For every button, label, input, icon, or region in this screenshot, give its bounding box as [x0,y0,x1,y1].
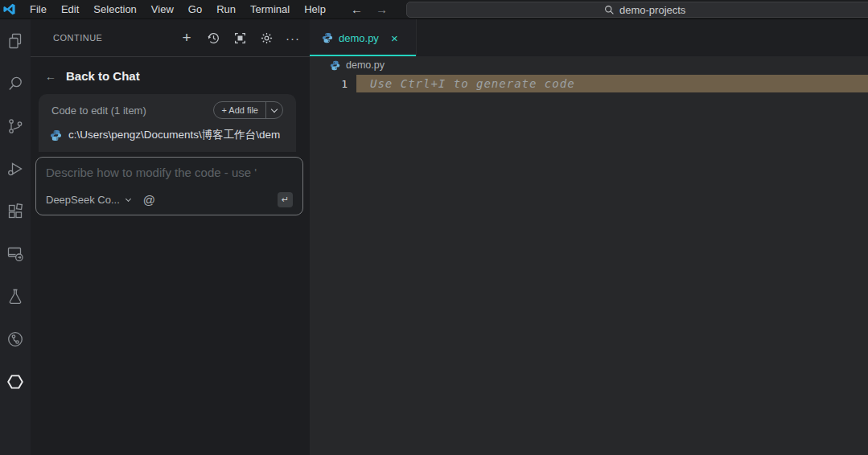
source-control-icon[interactable] [6,117,25,136]
editor-area: demo.py × demo.py 1 Use Ctrl+I to genera… [310,19,868,455]
run-and-debug-icon[interactable] [6,159,25,178]
file-to-edit-row[interactable]: c:\Users\pengz\Documents\博客工作台\dem [45,124,290,149]
menu-edit[interactable]: Edit [54,0,86,19]
tab-close-icon[interactable]: × [391,33,398,43]
navigate-forward-icon[interactable]: → [369,2,394,16]
search-sidebar-icon[interactable] [6,74,25,93]
extensions-icon[interactable] [6,202,25,221]
continue-sidebar-panel: CONTINUE + ··· ← Back to Chat Code [31,19,310,455]
settings-gear-icon[interactable] [259,31,274,45]
gitlens-icon[interactable] [6,330,25,349]
model-selector-label: DeepSeek Co... [46,194,120,206]
menu-help[interactable]: Help [297,0,333,19]
back-arrow-icon: ← [45,70,56,83]
add-context-at-icon[interactable]: @ [143,193,155,207]
editor-tab-bar: demo.py × [310,19,868,56]
python-file-icon [50,129,62,141]
title-bar: File Edit Selection View Go Run Terminal… [0,0,868,19]
history-icon[interactable] [206,31,220,45]
add-file-dropdown-icon[interactable] [266,109,282,112]
navigate-back-icon[interactable]: ← [344,2,369,16]
code-to-edit-label: Code to edit (1 item) [51,105,146,117]
code-area[interactable]: 1 Use Ctrl+I to generate code [310,74,868,455]
line-number: 1 [310,78,348,90]
sidebar-panel-title: CONTINUE [53,33,102,43]
add-file-label[interactable]: + Add file [214,105,265,115]
breadcrumb[interactable]: demo.py [310,56,868,74]
menu-selection[interactable]: Selection [86,0,143,19]
model-selector[interactable]: DeepSeek Co... [46,194,130,206]
back-to-chat-label: Back to Chat [66,69,140,83]
code-line-1[interactable]: 1 Use Ctrl+I to generate code [310,75,868,92]
python-file-icon [330,60,340,71]
fullscreen-icon[interactable] [232,31,247,45]
tab-demo-py[interactable]: demo.py × [310,19,417,56]
breadcrumb-filename: demo.py [346,59,385,71]
remote-explorer-icon[interactable] [6,244,25,264]
enter-key-hint[interactable]: ↵ [278,192,293,207]
menu-terminal[interactable]: Terminal [243,0,297,19]
explorer-icon[interactable] [6,31,25,51]
tab-label: demo.py [339,32,379,44]
menu-run[interactable]: Run [209,0,243,19]
testing-beaker-icon[interactable] [6,287,25,306]
back-to-chat-button[interactable]: ← Back to Chat [31,57,310,92]
file-to-edit-path: c:\Users\pengz\Documents\博客工作台\dem [68,128,280,142]
menu-view[interactable]: View [144,0,181,19]
search-icon [604,5,615,15]
active-tab-indicator [310,55,416,56]
sidebar-header: CONTINUE + ··· [31,19,310,57]
activity-bar [0,19,31,455]
edit-prompt-box[interactable]: DeepSeek Co... @ ↵ [35,157,303,215]
add-file-button[interactable]: + Add file [213,101,283,119]
menu-go[interactable]: Go [181,0,209,19]
search-box-text: demo-projects [619,4,685,16]
python-file-icon [322,32,333,43]
edit-prompt-input[interactable] [46,166,303,179]
code-to-edit-card: Code to edit (1 item) + Add file c:\User… [39,94,296,152]
menu-file[interactable]: File [23,0,54,19]
new-session-icon[interactable]: + [179,31,194,45]
command-center-search[interactable]: demo-projects [406,2,868,18]
continue-extension-icon[interactable] [6,372,25,391]
more-actions-icon[interactable]: ··· [286,31,300,45]
vscode-logo-icon [2,2,16,16]
inline-edit-ghost-text: Use Ctrl+I to generate code [356,75,868,92]
chevron-down-icon [125,196,131,202]
